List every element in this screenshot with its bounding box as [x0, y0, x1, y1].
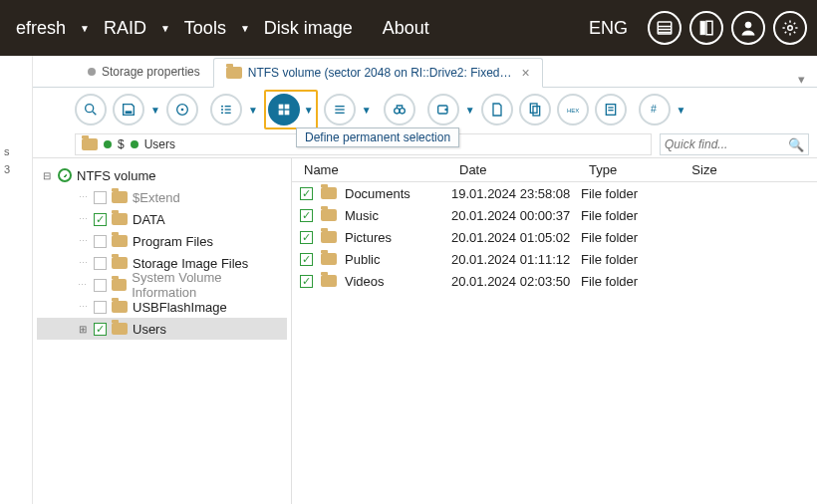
tree-item[interactable]: ⋯.System Volume Information: [37, 274, 287, 296]
svg-rect-4: [700, 21, 705, 35]
checkbox-icon[interactable]: ✓: [300, 253, 313, 266]
file-row[interactable]: ✓Music20.01.2024 00:00:37File folder: [292, 204, 817, 226]
menu-refresh[interactable]: efresh: [10, 14, 72, 43]
tab-label: NTFS volume (sector 2048 on RI::Drive2: …: [248, 66, 512, 80]
status-dot-icon: [131, 140, 138, 148]
tree-root[interactable]: ⊟ NTFS volume: [37, 164, 287, 186]
hash-icon[interactable]: #: [639, 94, 671, 126]
file-row[interactable]: ✓Documents19.01.2024 23:58:08File folder: [292, 182, 817, 204]
col-type[interactable]: Type: [581, 162, 661, 177]
file-date: 20.01.2024 01:11:12: [451, 252, 581, 267]
list-icon[interactable]: [210, 94, 242, 126]
file-name: Documents: [345, 186, 410, 201]
tooltip: Define permanent selection: [296, 127, 459, 147]
hex-icon[interactable]: HEX: [557, 94, 589, 126]
quick-find-input[interactable]: [665, 137, 788, 151]
search-icon[interactable]: 🔍: [788, 137, 804, 152]
folder-icon: [226, 67, 242, 79]
gear-icon[interactable]: [773, 11, 807, 45]
collapse-icon[interactable]: ⊟: [41, 170, 53, 181]
svg-point-13: [221, 106, 223, 108]
svg-point-14: [221, 109, 223, 111]
menu-raid[interactable]: RAID: [98, 14, 152, 43]
user-icon[interactable]: [731, 11, 765, 45]
menubar: efresh ▼ RAID ▼ Tools ▼ Disk image About…: [0, 0, 817, 56]
tree-branch-icon: ⋯: [77, 280, 89, 290]
checkbox-icon[interactable]: ✓: [300, 187, 313, 200]
tree-item[interactable]: ⋯.Program Files: [37, 230, 287, 252]
menu-disk-image[interactable]: Disk image: [258, 14, 359, 43]
svg-point-12: [181, 109, 184, 112]
binoculars-icon[interactable]: [384, 94, 415, 126]
define-selection-icon[interactable]: [268, 94, 300, 126]
svg-rect-10: [126, 111, 133, 114]
tree-item[interactable]: ⊞✓Users: [37, 318, 287, 340]
col-date[interactable]: Date: [451, 162, 581, 177]
svg-text:#: #: [651, 103, 657, 115]
checkbox-icon[interactable]: .: [94, 191, 107, 204]
tab-overflow-icon[interactable]: ▾: [786, 72, 817, 87]
checkbox-icon[interactable]: ✓: [94, 323, 107, 336]
checkbox-icon[interactable]: .: [94, 257, 107, 270]
checkbox-icon[interactable]: .: [94, 235, 107, 248]
tree-branch-icon: ⋯: [77, 214, 89, 224]
svg-point-6: [745, 22, 751, 28]
expand-icon[interactable]: ⊞: [77, 324, 89, 335]
checkbox-icon[interactable]: .: [94, 301, 107, 314]
disk-icon[interactable]: [166, 94, 198, 126]
file-date: 20.01.2024 00:00:37: [451, 208, 581, 223]
lines-icon[interactable]: [324, 94, 356, 126]
layout-icon[interactable]: [689, 11, 723, 45]
folder-icon: [82, 138, 98, 150]
properties-icon[interactable]: [595, 94, 627, 126]
chevron-down-icon[interactable]: ▼: [248, 105, 258, 116]
file-row[interactable]: ✓Pictures20.01.2024 01:05:02File folder: [292, 226, 817, 248]
folder-icon: [321, 187, 337, 199]
file-type: File folder: [581, 274, 661, 289]
file-header-row[interactable]: Name Date Type Size: [292, 158, 817, 182]
folder-icon: [112, 301, 128, 313]
menu-about[interactable]: About: [377, 14, 435, 43]
col-size[interactable]: Size: [661, 162, 740, 177]
define-selection-highlighted: ▼: [264, 90, 318, 129]
chevron-down-icon[interactable]: ▼: [160, 23, 170, 34]
tree-item[interactable]: ⋯✓DATA: [37, 208, 287, 230]
chevron-down-icon[interactable]: ▼: [304, 105, 314, 116]
svg-point-15: [221, 112, 223, 114]
col-name[interactable]: Name: [292, 162, 451, 177]
chevron-down-icon[interactable]: ▼: [150, 105, 160, 116]
checkbox-icon[interactable]: ✓: [300, 275, 313, 288]
folder-icon: [112, 213, 128, 225]
language-selector[interactable]: ENG: [589, 18, 628, 39]
checkbox-icon[interactable]: ✓: [94, 213, 107, 226]
tree-label: DATA: [133, 212, 165, 227]
text-mode-icon[interactable]: [648, 11, 681, 45]
tree-label: System Volume Information: [132, 270, 287, 300]
folder-tree[interactable]: ⊟ NTFS volume ⋯.$Extend⋯✓DATA⋯.Program F…: [33, 158, 292, 504]
close-icon[interactable]: ×: [522, 65, 530, 81]
folder-icon: [321, 253, 337, 265]
tree-branch-icon: ⋯: [77, 236, 89, 246]
go-icon[interactable]: [427, 94, 459, 126]
chevron-down-icon[interactable]: ▼: [677, 105, 686, 116]
left-gutter: s 3: [0, 56, 33, 504]
tab-ntfs-volume[interactable]: NTFS volume (sector 2048 on RI::Drive2: …: [213, 58, 543, 88]
pages-icon[interactable]: [519, 94, 551, 126]
tree-item[interactable]: ⋯.$Extend: [37, 186, 287, 208]
chevron-down-icon[interactable]: ▼: [362, 105, 372, 116]
file-listing: Name Date Type Size ✓Documents19.01.2024…: [292, 158, 817, 504]
save-icon[interactable]: [113, 94, 144, 126]
tab-storage-properties[interactable]: Storage properties: [75, 57, 213, 87]
chevron-down-icon[interactable]: ▼: [465, 105, 475, 116]
search-icon[interactable]: [75, 94, 107, 126]
chevron-down-icon[interactable]: ▼: [240, 23, 250, 34]
checkbox-icon[interactable]: ✓: [300, 209, 313, 222]
checkbox-icon[interactable]: ✓: [300, 231, 313, 244]
menu-tools[interactable]: Tools: [178, 14, 232, 43]
chevron-down-icon[interactable]: ▼: [80, 23, 90, 34]
quick-find[interactable]: 🔍: [660, 133, 809, 155]
checkbox-icon[interactable]: .: [94, 279, 107, 292]
page-icon[interactable]: [481, 94, 513, 126]
file-row[interactable]: ✓Videos20.01.2024 02:03:50File folder: [292, 270, 817, 292]
file-row[interactable]: ✓Public20.01.2024 01:11:12File folder: [292, 248, 817, 270]
